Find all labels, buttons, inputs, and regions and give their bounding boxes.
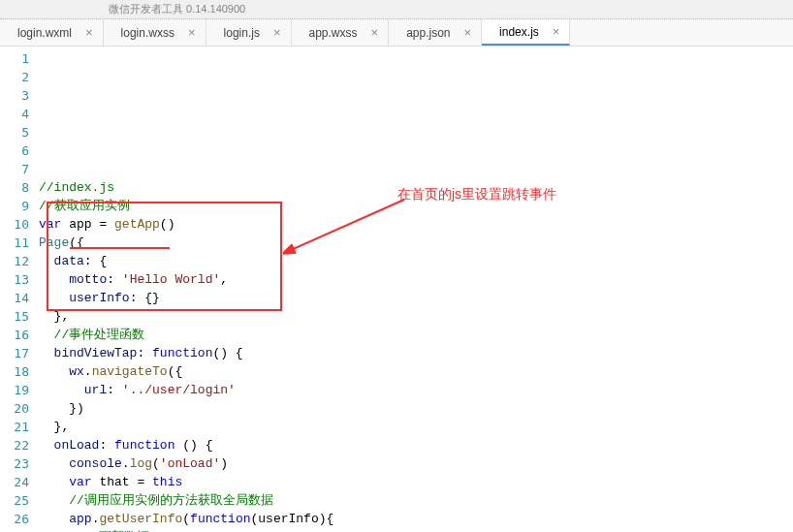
line-number: 14 <box>0 289 29 307</box>
code-line[interactable]: //调用应用实例的方法获取全局数据 <box>39 491 793 510</box>
token-plain <box>39 328 54 342</box>
code-line[interactable]: url: '../user/login' <box>39 381 793 399</box>
token-plain <box>39 346 54 360</box>
token-plain <box>39 456 69 471</box>
code-line[interactable]: }, <box>39 307 793 326</box>
code-line[interactable]: data: { <box>39 252 793 270</box>
line-number: 3 <box>0 86 29 105</box>
code-line[interactable]: //更新数据 <box>39 528 793 532</box>
line-number: 25 <box>0 491 29 510</box>
token-key: function <box>190 512 250 526</box>
file-tab[interactable]: app.wxss× <box>292 19 390 46</box>
token-prop: url <box>84 383 107 397</box>
line-number: 11 <box>0 234 29 252</box>
token-plain: = <box>137 475 152 489</box>
token-key: function <box>152 346 212 360</box>
line-number: 21 <box>0 418 29 436</box>
close-icon[interactable]: × <box>553 25 560 38</box>
token-func: getUserInfo <box>99 512 182 526</box>
code-line[interactable]: var app = getApp() <box>39 215 793 234</box>
token-func: getApp <box>114 217 160 232</box>
line-number: 16 <box>0 326 29 344</box>
token-plain: () { <box>174 438 212 453</box>
file-tab-label: login.wxml <box>17 26 72 40</box>
token-plain <box>39 364 69 379</box>
code-line[interactable]: var that = this <box>39 473 793 491</box>
close-icon[interactable]: × <box>85 26 93 39</box>
code-line[interactable]: }) <box>39 399 793 418</box>
line-number: 18 <box>0 362 29 381</box>
file-tab[interactable]: app.json× <box>389 19 482 46</box>
token-plain: ( <box>152 456 160 471</box>
token-plain <box>39 272 69 287</box>
token-key: this <box>152 475 182 489</box>
token-comment: //获取应用实例 <box>39 199 130 213</box>
code-editor[interactable]: 1234567891011121314151617181920212223242… <box>0 47 793 532</box>
token-plain: }) <box>39 401 84 416</box>
line-number: 15 <box>0 307 29 326</box>
code-line[interactable]: console.log('onLoad') <box>39 454 793 473</box>
line-number: 9 <box>0 197 29 215</box>
line-number: 13 <box>0 270 29 289</box>
token-key: function <box>114 438 174 453</box>
token-plain <box>39 254 54 268</box>
token-type: Page <box>39 235 69 250</box>
token-prop: bindViewTap <box>54 346 138 360</box>
token-plain: ) <box>220 456 228 471</box>
code-line[interactable]: userInfo: {} <box>39 289 793 307</box>
token-plain: = <box>99 217 114 232</box>
token-plain <box>39 438 54 453</box>
file-tab[interactable]: index.js× <box>482 19 570 46</box>
code-line[interactable]: //事件处理函数 <box>39 326 793 344</box>
code-line[interactable]: wx.navigateTo({ <box>39 362 793 381</box>
file-tab[interactable]: login.wxss× <box>104 19 206 46</box>
line-number-gutter: 1234567891011121314151617181920212223242… <box>0 47 39 532</box>
code-line[interactable]: }, <box>39 418 793 436</box>
token-plain <box>39 493 69 508</box>
token-plain <box>39 512 69 526</box>
token-func: navigateTo <box>92 364 168 379</box>
window-title: 微信开发者工具 0.14.140900 <box>109 2 245 16</box>
token-plain: : <box>107 272 122 287</box>
code-line[interactable]: app.getUserInfo(function(userInfo){ <box>39 510 793 528</box>
token-str: 'onLoad' <box>160 456 220 471</box>
code-line[interactable]: Page({ <box>39 234 793 252</box>
window-titlebar: 微信开发者工具 0.14.140900 <box>0 0 793 19</box>
token-plain: : {} <box>130 291 160 305</box>
close-icon[interactable]: × <box>464 26 472 39</box>
token-key: var <box>39 217 61 232</box>
token-plain: : <box>99 438 114 453</box>
token-prop: motto <box>69 272 107 287</box>
token-prop: console <box>69 456 122 471</box>
token-plain: () <box>160 217 175 232</box>
close-icon[interactable]: × <box>371 26 379 39</box>
token-plain: . <box>122 456 130 471</box>
file-tab-label: login.js <box>224 26 260 40</box>
token-prop: wx <box>69 364 84 379</box>
token-plain: . <box>84 364 92 379</box>
token-prop: userInfo <box>69 291 129 305</box>
line-number: 12 <box>0 252 29 270</box>
line-number: 23 <box>0 454 29 473</box>
close-icon[interactable]: × <box>188 26 196 39</box>
token-key: var <box>69 475 91 489</box>
line-number: 20 <box>0 399 29 418</box>
file-tab[interactable]: login.wxml× <box>0 19 104 46</box>
token-plain: }, <box>39 309 69 324</box>
token-plain: ( <box>182 512 190 526</box>
code-line[interactable]: motto: 'Hello World', <box>39 270 793 289</box>
token-str: '../user/login' <box>122 383 236 397</box>
code-line[interactable]: bindViewTap: function() { <box>39 344 793 362</box>
line-number: 1 <box>0 49 29 68</box>
token-prop: onLoad <box>54 438 100 453</box>
line-number: 10 <box>0 215 29 234</box>
code-line[interactable]: onLoad: function () { <box>39 436 793 454</box>
code-area[interactable]: 在首页的js里设置跳转事件 //index.js//获取应用实例var app … <box>39 47 793 532</box>
token-plain <box>39 475 69 489</box>
line-number: 8 <box>0 178 29 197</box>
close-icon[interactable]: × <box>273 26 281 39</box>
line-number: 22 <box>0 436 29 454</box>
line-number: 4 <box>0 105 29 123</box>
file-tab[interactable]: login.js× <box>206 19 292 46</box>
line-number: 26 <box>0 510 29 528</box>
